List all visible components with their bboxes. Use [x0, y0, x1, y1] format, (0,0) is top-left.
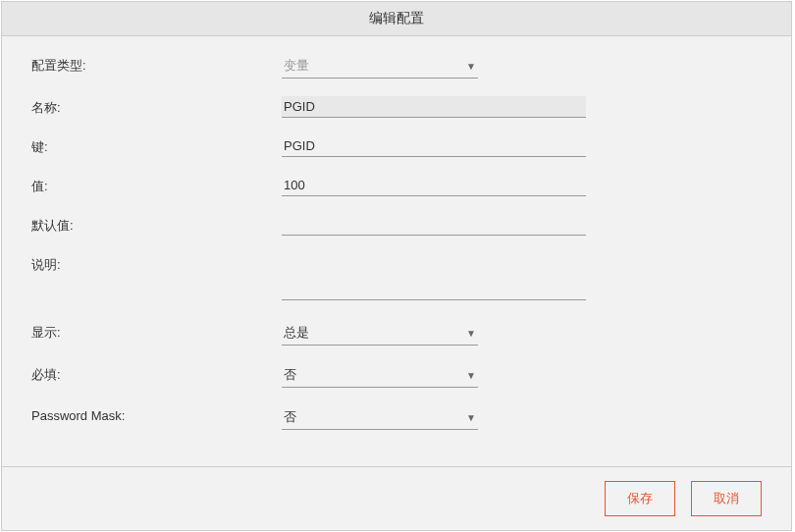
- row-desc: 说明:: [31, 253, 762, 303]
- select-config-type[interactable]: 变量 ▼: [282, 54, 478, 79]
- select-required-value: 否: [284, 366, 466, 384]
- label-value: 值:: [31, 175, 282, 195]
- label-desc: 说明:: [31, 253, 282, 274]
- input-value[interactable]: [282, 175, 586, 196]
- row-config-type: 配置类型: 变量 ▼: [31, 54, 762, 79]
- label-default: 默认值:: [31, 214, 282, 235]
- dialog-body: 配置类型: 变量 ▼ 名称: 键: 值:: [2, 36, 791, 466]
- label-key: 键:: [31, 135, 282, 156]
- label-password-mask: Password Mask:: [31, 405, 282, 423]
- label-display: 显示:: [31, 321, 282, 342]
- cancel-button[interactable]: 取消: [691, 481, 762, 516]
- select-password-mask-value: 否: [284, 408, 466, 426]
- select-config-type-value: 变量: [284, 57, 466, 75]
- select-display[interactable]: 总是 ▼: [282, 321, 478, 346]
- select-display-value: 总是: [284, 324, 466, 342]
- dialog-title: 编辑配置: [2, 2, 791, 36]
- input-key[interactable]: [282, 135, 586, 157]
- chevron-down-icon: ▼: [466, 412, 476, 423]
- save-button[interactable]: 保存: [605, 481, 675, 516]
- label-required: 必填:: [31, 363, 282, 384]
- chevron-down-icon: ▼: [466, 328, 476, 339]
- row-key: 键:: [31, 135, 762, 157]
- label-name: 名称:: [31, 96, 282, 117]
- chevron-down-icon: ▼: [466, 61, 476, 72]
- chevron-down-icon: ▼: [466, 370, 476, 381]
- dialog-footer: 保存 取消: [2, 466, 791, 530]
- label-config-type: 配置类型:: [31, 54, 282, 75]
- row-display: 显示: 总是 ▼: [31, 321, 762, 346]
- row-required: 必填: 否 ▼: [31, 363, 762, 388]
- edit-config-dialog: 编辑配置 配置类型: 变量 ▼ 名称: 键: 值:: [1, 1, 792, 531]
- input-name[interactable]: [282, 96, 586, 118]
- row-name: 名称:: [31, 96, 762, 118]
- row-value: 值:: [31, 175, 762, 196]
- input-default[interactable]: [282, 214, 586, 236]
- input-desc[interactable]: [282, 253, 586, 300]
- row-default: 默认值:: [31, 214, 762, 236]
- select-password-mask[interactable]: 否 ▼: [282, 405, 478, 430]
- select-required[interactable]: 否 ▼: [282, 363, 478, 388]
- row-password-mask: Password Mask: 否 ▼: [31, 405, 762, 430]
